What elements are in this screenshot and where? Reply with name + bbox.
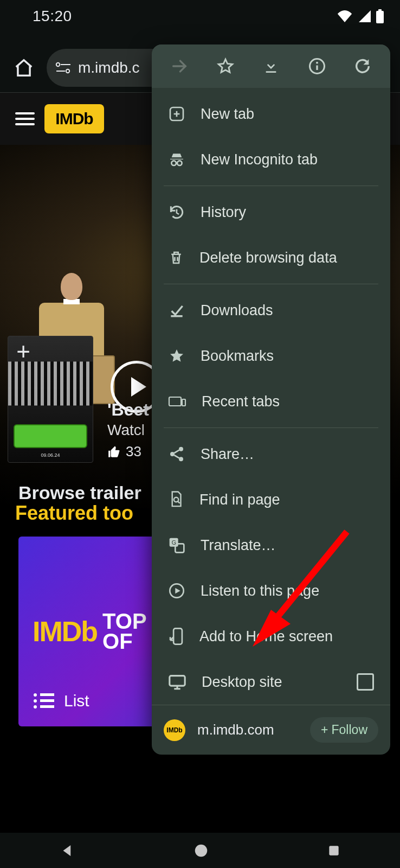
menu-delete-browsing-data[interactable]: Delete browsing data: [152, 235, 390, 280]
hero-subtitle: Watcl: [107, 422, 145, 439]
site-domain: m.imdb.com: [197, 722, 298, 738]
hero-title: 'Beet: [107, 400, 149, 420]
svg-point-4: [66, 69, 69, 73]
system-navbar: [0, 833, 400, 868]
svg-point-16: [171, 161, 176, 165]
svg-rect-28: [173, 628, 182, 644]
menu-share[interactable]: Share…: [152, 431, 390, 477]
svg-point-20: [179, 447, 183, 451]
svg-point-2: [56, 63, 60, 66]
share-icon: [168, 445, 185, 463]
find-icon: [168, 490, 184, 509]
svg-point-32: [195, 844, 208, 857]
imdb-logo[interactable]: IMDb: [44, 104, 104, 133]
svg-rect-1: [378, 9, 382, 11]
trash-icon: [168, 249, 184, 266]
like-count[interactable]: 33: [107, 443, 141, 460]
thumbs-up-icon: [107, 445, 121, 459]
menu-bookmarks[interactable]: Bookmarks: [152, 333, 390, 379]
translate-icon: G: [168, 537, 185, 554]
svg-rect-9: [40, 699, 54, 702]
svg-point-22: [179, 457, 183, 461]
nav-recents[interactable]: [327, 844, 341, 858]
site-settings-icon[interactable]: [54, 61, 73, 74]
menu-desktop-site[interactable]: Desktop site: [152, 659, 390, 705]
menu-translate[interactable]: G Translate…: [152, 522, 390, 568]
desktop-site-checkbox[interactable]: [357, 673, 374, 691]
chrome-home-button[interactable]: [11, 55, 37, 81]
imdb-menu-button[interactable]: [15, 112, 35, 125]
incognito-icon: [168, 151, 185, 168]
svg-point-6: [34, 693, 37, 697]
svg-text:G: G: [172, 539, 176, 546]
list-icon: [33, 692, 54, 710]
wifi-icon: [337, 10, 352, 22]
reload-button[interactable]: [343, 50, 383, 82]
page-info-button[interactable]: [297, 50, 337, 82]
history-icon: [168, 203, 185, 221]
clock: 15:20: [33, 8, 72, 25]
svg-point-21: [170, 452, 175, 456]
check-download-icon: [168, 302, 185, 319]
nav-back[interactable]: [59, 843, 75, 859]
svg-point-8: [34, 699, 37, 703]
svg-rect-7: [40, 693, 54, 696]
star-icon: [168, 347, 185, 365]
download-button[interactable]: [251, 50, 291, 82]
svg-rect-18: [169, 397, 181, 406]
play-circle-icon: [168, 582, 185, 599]
follow-button[interactable]: + Follow: [310, 717, 378, 743]
svg-rect-29: [170, 676, 185, 686]
site-favicon: IMDb: [164, 719, 185, 741]
forward-button[interactable]: [159, 50, 199, 82]
menu-find-in-page[interactable]: Find in page: [152, 477, 390, 522]
menu-new-tab[interactable]: New tab: [152, 91, 390, 137]
svg-point-10: [34, 705, 37, 709]
new-tab-icon: [168, 105, 185, 123]
svg-rect-33: [330, 846, 339, 855]
menu-incognito[interactable]: New Incognito tab: [152, 137, 390, 182]
menu-listen[interactable]: Listen to this page: [152, 568, 390, 614]
nav-home[interactable]: [193, 843, 209, 859]
svg-point-23: [174, 497, 179, 502]
battery-icon: [376, 9, 384, 23]
menu-history[interactable]: History: [152, 189, 390, 235]
chrome-overflow-menu: New tab New Incognito tab History Delete…: [152, 44, 390, 755]
menu-downloads[interactable]: Downloads: [152, 288, 390, 333]
desktop-icon: [168, 674, 186, 690]
svg-rect-19: [182, 399, 185, 406]
bookmark-star-button[interactable]: [205, 50, 246, 82]
svg-point-14: [316, 62, 318, 64]
plus-icon: +: [321, 723, 328, 737]
poster[interactable]: + 09.06.24: [8, 336, 93, 463]
add-to-watchlist-icon[interactable]: +: [11, 340, 35, 363]
recent-tabs-icon: [168, 394, 186, 409]
svg-rect-0: [376, 11, 384, 23]
add-to-home-icon: [168, 627, 184, 646]
menu-recent-tabs[interactable]: Recent tabs: [152, 379, 390, 424]
svg-rect-11: [40, 705, 54, 708]
svg-point-17: [177, 161, 182, 165]
status-bar: 15:20: [0, 0, 400, 33]
menu-add-to-home-screen[interactable]: Add to Home screen: [152, 614, 390, 659]
signal-icon: [358, 10, 371, 22]
